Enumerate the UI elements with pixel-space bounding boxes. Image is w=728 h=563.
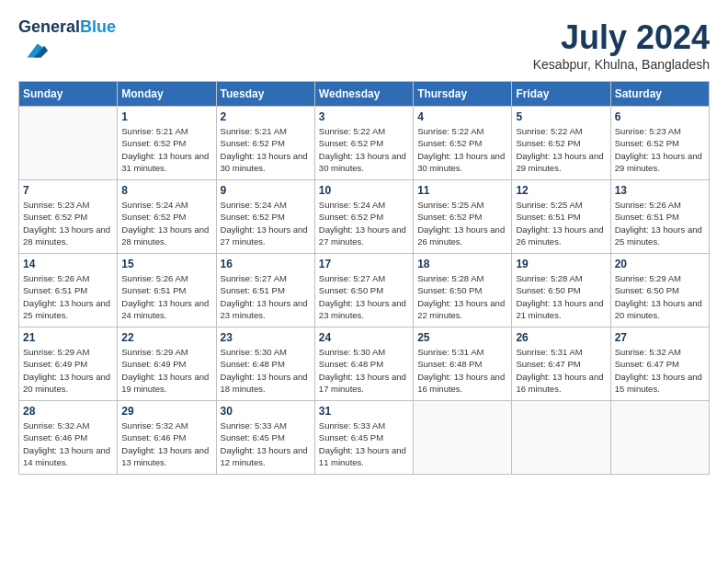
day-number: 20 [615, 258, 705, 270]
day-number: 27 [615, 331, 705, 344]
week-row-3: 21Sunrise: 5:29 AMSunset: 6:49 PMDayligh… [19, 327, 710, 401]
day-number: 15 [121, 258, 211, 270]
day-info: Sunrise: 5:29 AMSunset: 6:50 PMDaylight:… [615, 272, 705, 321]
day-number: 3 [319, 110, 409, 123]
header-cell-monday: Monday [118, 82, 216, 107]
day-number: 17 [319, 258, 409, 270]
day-number: 29 [121, 405, 211, 418]
month-year: July 2024 [533, 18, 710, 57]
day-info: Sunrise: 5:29 AMSunset: 6:49 PMDaylight:… [23, 346, 113, 395]
day-info: Sunrise: 5:23 AMSunset: 6:52 PMDaylight:… [615, 125, 705, 174]
day-cell: 20Sunrise: 5:29 AMSunset: 6:50 PMDayligh… [610, 254, 709, 327]
location: Kesabpur, Khulna, Bangladesh [533, 57, 710, 72]
day-number: 18 [417, 258, 507, 270]
day-cell: 27Sunrise: 5:32 AMSunset: 6:47 PMDayligh… [610, 327, 709, 401]
header-cell-sunday: Sunday [19, 82, 118, 107]
day-cell: 19Sunrise: 5:28 AMSunset: 6:50 PMDayligh… [512, 254, 610, 327]
day-number: 5 [516, 110, 606, 123]
day-cell: 5Sunrise: 5:22 AMSunset: 6:52 PMDaylight… [512, 107, 610, 180]
day-number: 13 [615, 184, 705, 197]
day-cell: 8Sunrise: 5:24 AMSunset: 6:52 PMDaylight… [118, 180, 216, 254]
day-cell: 11Sunrise: 5:25 AMSunset: 6:52 PMDayligh… [414, 180, 512, 254]
day-info: Sunrise: 5:25 AMSunset: 6:51 PMDaylight:… [516, 199, 606, 247]
week-row-1: 7Sunrise: 5:23 AMSunset: 6:52 PMDaylight… [19, 180, 710, 254]
day-number: 21 [23, 331, 113, 344]
day-number: 2 [221, 110, 311, 123]
day-number: 26 [516, 331, 606, 344]
header-cell-saturday: Saturday [610, 82, 709, 107]
day-cell: 24Sunrise: 5:30 AMSunset: 6:48 PMDayligh… [314, 327, 413, 401]
day-cell: 26Sunrise: 5:31 AMSunset: 6:47 PMDayligh… [512, 327, 610, 401]
day-info: Sunrise: 5:33 AMSunset: 6:45 PMDaylight:… [319, 419, 409, 468]
day-info: Sunrise: 5:29 AMSunset: 6:49 PMDaylight:… [121, 346, 211, 395]
logo-text: GeneralBlue [18, 18, 116, 37]
calendar-table: SundayMondayTuesdayWednesdayThursdayFrid… [18, 81, 710, 475]
day-cell: 6Sunrise: 5:23 AMSunset: 6:52 PMDaylight… [610, 107, 709, 180]
day-cell: 28Sunrise: 5:32 AMSunset: 6:46 PMDayligh… [19, 401, 118, 475]
day-cell: 7Sunrise: 5:23 AMSunset: 6:52 PMDaylight… [19, 180, 118, 254]
day-cell [414, 401, 512, 475]
day-info: Sunrise: 5:27 AMSunset: 6:51 PMDaylight:… [221, 272, 311, 321]
day-number: 22 [121, 331, 211, 344]
day-cell: 22Sunrise: 5:29 AMSunset: 6:49 PMDayligh… [118, 327, 216, 401]
day-info: Sunrise: 5:22 AMSunset: 6:52 PMDaylight:… [319, 125, 409, 174]
day-cell: 9Sunrise: 5:24 AMSunset: 6:52 PMDaylight… [216, 180, 314, 254]
week-row-4: 28Sunrise: 5:32 AMSunset: 6:46 PMDayligh… [19, 401, 710, 475]
day-info: Sunrise: 5:30 AMSunset: 6:48 PMDaylight:… [221, 346, 311, 395]
day-number: 28 [23, 405, 113, 418]
week-row-0: 1Sunrise: 5:21 AMSunset: 6:52 PMDaylight… [19, 107, 710, 180]
day-info: Sunrise: 5:24 AMSunset: 6:52 PMDaylight:… [221, 199, 311, 247]
day-info: Sunrise: 5:26 AMSunset: 6:51 PMDaylight:… [121, 272, 211, 321]
day-info: Sunrise: 5:21 AMSunset: 6:52 PMDaylight:… [121, 125, 211, 174]
day-number: 31 [319, 405, 409, 418]
day-cell: 12Sunrise: 5:25 AMSunset: 6:51 PMDayligh… [512, 180, 610, 254]
day-cell [512, 401, 610, 475]
day-number: 24 [319, 331, 409, 344]
day-number: 16 [221, 258, 311, 270]
day-info: Sunrise: 5:24 AMSunset: 6:52 PMDaylight:… [319, 199, 409, 247]
day-number: 1 [121, 110, 211, 123]
header-row: SundayMondayTuesdayWednesdayThursdayFrid… [19, 82, 710, 107]
header-cell-friday: Friday [512, 82, 610, 107]
week-row-2: 14Sunrise: 5:26 AMSunset: 6:51 PMDayligh… [19, 254, 710, 327]
day-number: 14 [23, 258, 113, 270]
day-cell: 31Sunrise: 5:33 AMSunset: 6:45 PMDayligh… [314, 401, 413, 475]
day-number: 10 [319, 184, 409, 197]
day-number: 19 [516, 258, 606, 270]
day-info: Sunrise: 5:32 AMSunset: 6:46 PMDaylight:… [121, 419, 211, 468]
day-cell: 18Sunrise: 5:28 AMSunset: 6:50 PMDayligh… [414, 254, 512, 327]
day-info: Sunrise: 5:32 AMSunset: 6:47 PMDaylight:… [615, 346, 705, 395]
day-cell: 13Sunrise: 5:26 AMSunset: 6:51 PMDayligh… [610, 180, 709, 254]
header-cell-thursday: Thursday [414, 82, 512, 107]
day-info: Sunrise: 5:28 AMSunset: 6:50 PMDaylight:… [417, 272, 507, 321]
day-cell: 30Sunrise: 5:33 AMSunset: 6:45 PMDayligh… [216, 401, 314, 475]
day-cell: 16Sunrise: 5:27 AMSunset: 6:51 PMDayligh… [216, 254, 314, 327]
day-number: 4 [417, 110, 507, 123]
day-number: 9 [221, 184, 311, 197]
day-cell: 17Sunrise: 5:27 AMSunset: 6:50 PMDayligh… [314, 254, 413, 327]
day-cell [610, 401, 709, 475]
header-cell-tuesday: Tuesday [216, 82, 314, 107]
title-block: July 2024 Kesabpur, Khulna, Bangladesh [533, 18, 710, 72]
header-cell-wednesday: Wednesday [314, 82, 413, 107]
day-cell: 2Sunrise: 5:21 AMSunset: 6:52 PMDaylight… [216, 107, 314, 180]
day-number: 6 [615, 110, 705, 123]
day-info: Sunrise: 5:22 AMSunset: 6:52 PMDaylight:… [516, 125, 606, 174]
day-number: 23 [221, 331, 311, 344]
day-cell: 10Sunrise: 5:24 AMSunset: 6:52 PMDayligh… [314, 180, 413, 254]
day-cell: 14Sunrise: 5:26 AMSunset: 6:51 PMDayligh… [19, 254, 118, 327]
day-cell: 23Sunrise: 5:30 AMSunset: 6:48 PMDayligh… [216, 327, 314, 401]
logo-icon [20, 37, 48, 64]
day-info: Sunrise: 5:26 AMSunset: 6:51 PMDaylight:… [615, 199, 705, 247]
day-number: 30 [221, 405, 311, 418]
day-number: 12 [516, 184, 606, 197]
day-info: Sunrise: 5:31 AMSunset: 6:47 PMDaylight:… [516, 346, 606, 395]
day-info: Sunrise: 5:26 AMSunset: 6:51 PMDaylight:… [23, 272, 113, 321]
day-cell: 29Sunrise: 5:32 AMSunset: 6:46 PMDayligh… [118, 401, 216, 475]
day-info: Sunrise: 5:30 AMSunset: 6:48 PMDaylight:… [319, 346, 409, 395]
day-number: 7 [23, 184, 113, 197]
logo: GeneralBlue [18, 18, 116, 68]
day-info: Sunrise: 5:27 AMSunset: 6:50 PMDaylight:… [319, 272, 409, 321]
day-info: Sunrise: 5:21 AMSunset: 6:52 PMDaylight:… [221, 125, 311, 174]
day-number: 8 [121, 184, 211, 197]
